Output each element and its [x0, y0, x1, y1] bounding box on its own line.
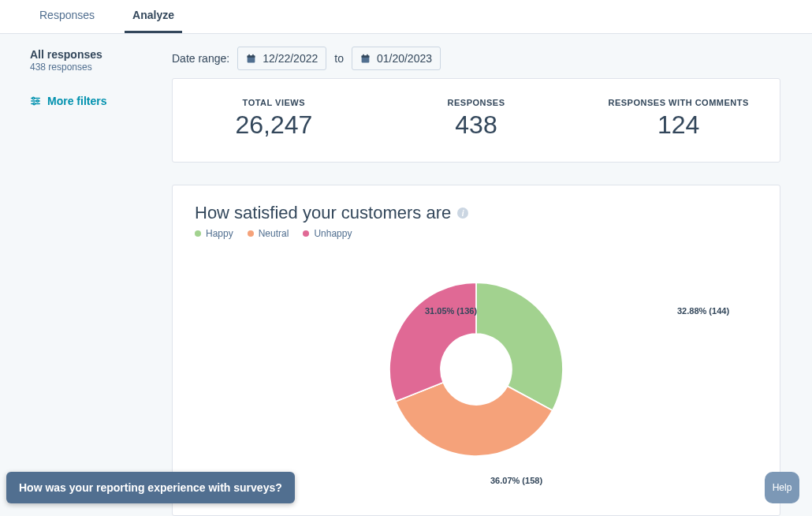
calendar-icon [360, 54, 371, 64]
all-responses-title: All responses [30, 48, 156, 61]
date-to-label: to [334, 52, 344, 65]
top-tabs: Responses Analyze [0, 0, 812, 34]
sidebar: All responses 438 responses More filters [0, 34, 172, 516]
metric-label: RESPONSES [375, 98, 578, 107]
date-from-value: 12/22/2022 [263, 52, 318, 65]
legend-dot-icon [248, 230, 254, 237]
legend-label: Happy [206, 228, 233, 239]
legend-dot-icon [303, 230, 309, 237]
chart-header: How satisfied your customers are i [195, 203, 758, 223]
svg-rect-11 [362, 55, 370, 57]
legend-label: Unhappy [314, 228, 352, 239]
date-from-input[interactable]: 12/22/2022 [237, 47, 326, 70]
tab-responses[interactable]: Responses [32, 0, 102, 33]
main: Date range: 12/22/2022 to 01/20/2023 TOT… [172, 34, 812, 516]
date-range-row: Date range: 12/22/2022 to 01/20/2023 [172, 47, 780, 70]
date-to-input[interactable]: 01/20/2023 [352, 47, 441, 70]
help-button[interactable]: Help [765, 472, 799, 503]
metric-value: 438 [375, 110, 578, 140]
all-responses-count: 438 responses [30, 62, 156, 73]
legend-dot-icon [195, 230, 201, 237]
filters-icon [30, 95, 41, 107]
chart-card: How satisfied your customers are i Happy… [172, 185, 780, 516]
date-range-label: Date range: [172, 52, 229, 65]
info-icon[interactable]: i [457, 208, 468, 219]
feedback-prompt[interactable]: How was your reporting experience with s… [6, 472, 295, 503]
legend-label: Neutral [259, 228, 289, 239]
legend-neutral[interactable]: Neutral [248, 228, 289, 239]
date-to-value: 01/20/2023 [377, 52, 432, 65]
donut-svg [378, 271, 575, 468]
slice-label-happy: 32.88% (144) [677, 306, 729, 316]
chart-title: How satisfied your customers are [195, 203, 451, 223]
metric-label: TOTAL VIEWS [173, 98, 375, 107]
svg-point-3 [32, 97, 34, 99]
metric-value: 26,247 [173, 110, 375, 140]
more-filters-button[interactable]: More filters [30, 95, 156, 107]
tab-analyze[interactable]: Analyze [125, 0, 182, 33]
svg-rect-9 [252, 54, 254, 55]
legend-happy[interactable]: Happy [195, 228, 233, 239]
svg-rect-12 [363, 54, 364, 55]
metrics-card: TOTAL VIEWS 26,247 RESPONSES 438 RESPONS… [172, 78, 780, 163]
chart-legend: Happy Neutral Unhappy [195, 228, 758, 239]
slice-happy[interactable] [476, 282, 563, 410]
svg-rect-8 [248, 54, 250, 55]
slice-label-unhappy: 31.05% (136) [425, 306, 477, 316]
layout: All responses 438 responses More filters… [0, 34, 812, 516]
slice-unhappy[interactable] [389, 282, 476, 402]
legend-unhappy[interactable]: Unhappy [303, 228, 352, 239]
svg-point-4 [36, 100, 38, 102]
slice-label-neutral: 36.07% (158) [490, 476, 542, 485]
metric-with-comments: RESPONSES WITH COMMENTS 124 [577, 98, 780, 140]
metric-responses: RESPONSES 438 [375, 98, 578, 140]
metric-value: 124 [577, 110, 780, 140]
metric-label: RESPONSES WITH COMMENTS [577, 98, 780, 107]
metric-total-views: TOTAL VIEWS 26,247 [173, 98, 375, 140]
svg-rect-13 [367, 54, 368, 55]
donut-chart: 32.88% (144) 31.05% (136) 36.07% (158) [195, 247, 758, 492]
more-filters-label: More filters [47, 95, 106, 107]
calendar-icon [246, 54, 256, 64]
svg-rect-7 [248, 55, 255, 57]
svg-point-5 [33, 103, 35, 104]
